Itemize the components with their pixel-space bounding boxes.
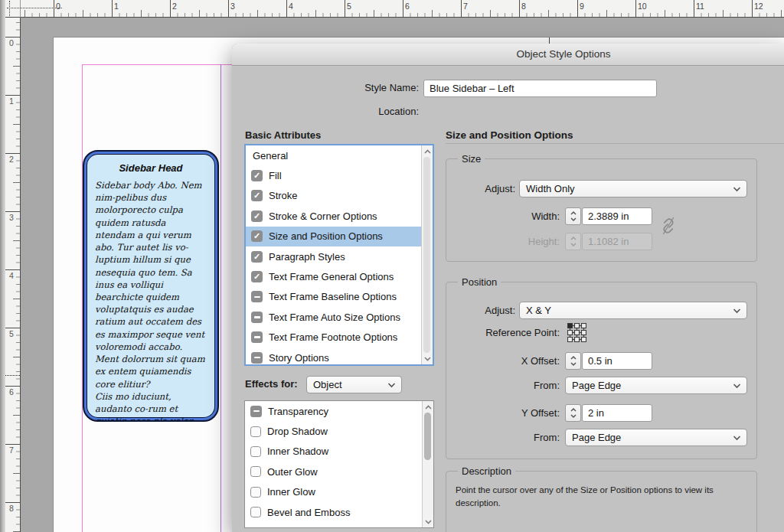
broken-link-icon[interactable]: [661, 214, 676, 237]
y-from-value: Page Edge: [572, 432, 621, 443]
width-field[interactable]: 2.3889 in: [582, 207, 652, 225]
chevron-down-icon: [733, 308, 741, 314]
x-offset-stepper[interactable]: [565, 352, 581, 370]
checkbox-unchecked-icon[interactable]: [250, 466, 261, 477]
description-group-legend: Description: [458, 465, 515, 477]
checkbox-checked-icon[interactable]: [251, 190, 263, 201]
effect-row[interactable]: Inner Glow: [245, 482, 423, 502]
chevron-down-icon: [733, 383, 741, 389]
effects-list[interactable]: TransparencyDrop ShadowInner ShadowOuter…: [244, 400, 434, 528]
horizontal-ruler[interactable]: 0123456789101112: [5, 0, 784, 18]
ruler-number: 12: [754, 2, 763, 11]
vertical-ruler[interactable]: 012345678: [5, 17, 21, 532]
ruler-number: 3: [7, 213, 16, 222]
ruler-number: 8: [7, 504, 16, 513]
width-label: Width:: [446, 211, 560, 222]
effects-list-scrollbar[interactable]: [422, 401, 433, 527]
ruler-origin-box[interactable]: [5, 0, 21, 18]
basic-attributes-heading: Basic Attributes: [245, 129, 321, 141]
style-name-label: Style Name:: [312, 82, 419, 93]
height-value: 1.1082 in: [588, 236, 629, 247]
dialog-titlebar: Object Style Options: [232, 44, 784, 66]
sidebar-heading: Sidebar Head: [84, 162, 217, 174]
position-adjust-dropdown[interactable]: X & Y: [519, 302, 747, 319]
effect-label: Drop Shadow: [267, 426, 328, 437]
ruler-number: 4: [7, 271, 16, 280]
ruler-number: 6: [7, 387, 16, 397]
ruler-origin-crosshair-v: [9, 1, 10, 16]
y-from-dropdown[interactable]: Page Edge: [565, 429, 747, 446]
checkbox-mixed-icon[interactable]: [251, 352, 263, 364]
ruler-number: 6: [405, 2, 410, 11]
basic-attribute-row[interactable]: General: [246, 145, 422, 165]
size-adjust-value: Width Only: [526, 183, 575, 194]
checkbox-unchecked-icon[interactable]: [250, 446, 261, 457]
basic-attribute-row[interactable]: Text Frame Baseline Options: [246, 287, 422, 307]
checkbox-checked-icon[interactable]: [251, 170, 263, 181]
size-adjust-dropdown[interactable]: Width Only: [519, 180, 747, 197]
scrollbar-thumb[interactable]: [423, 157, 430, 353]
basic-attribute-row[interactable]: Story Options: [246, 348, 422, 364]
checkbox-mixed-icon[interactable]: [251, 291, 263, 302]
x-from-dropdown[interactable]: Page Edge: [565, 377, 747, 394]
x-offset-label: X Offset:: [446, 355, 560, 367]
chevron-down-icon: [733, 186, 741, 192]
basic-attribute-row[interactable]: Stroke: [246, 186, 422, 206]
checkbox-unchecked-icon[interactable]: [250, 487, 261, 498]
basic-attribute-label: Text Frame Auto Size Options: [269, 312, 400, 323]
effect-row[interactable]: Drop Shadow: [245, 421, 423, 441]
scrollbar-thumb[interactable]: [424, 413, 431, 460]
basic-attribute-row[interactable]: Stroke & Corner Options: [246, 206, 422, 226]
ruler-number: 7: [463, 2, 468, 11]
y-offset-stepper[interactable]: [565, 404, 581, 422]
checkbox-checked-icon[interactable]: [251, 211, 263, 222]
checkbox-unchecked-icon[interactable]: [250, 426, 261, 437]
ruler-number: 1: [114, 2, 119, 11]
basic-list-scrollbar[interactable]: [421, 145, 433, 364]
ruler-number: 9: [580, 2, 584, 11]
checkbox-checked-icon[interactable]: [251, 230, 263, 242]
description-group: Description Point the cursor over any of…: [446, 471, 757, 532]
basic-attribute-label: Text Frame Baseline Options: [269, 291, 397, 302]
checkbox-unchecked-icon[interactable]: [250, 507, 261, 517]
style-name-field[interactable]: Blue Sidebar – Left: [423, 80, 657, 97]
y-offset-value: 2 in: [588, 407, 604, 419]
checkbox-checked-icon[interactable]: [251, 251, 263, 263]
reference-point-proxy-icon[interactable]: [567, 323, 586, 342]
effect-row[interactable]: Transparency: [245, 401, 423, 421]
effects-for-dropdown[interactable]: Object: [306, 376, 402, 393]
checkbox-mixed-icon[interactable]: [251, 312, 263, 323]
description-text: Point the cursor over any of the Size or…: [456, 484, 756, 509]
basic-attributes-list[interactable]: GeneralFillStrokeStroke & Corner Options…: [244, 144, 434, 366]
y-from-label: From:: [446, 432, 560, 443]
ruler-number: 10: [638, 2, 647, 11]
position-adjust-label: Adjust:: [446, 305, 515, 316]
effect-row[interactable]: Inner Shadow: [245, 442, 423, 462]
basic-attribute-row[interactable]: Size and Position Options: [246, 227, 422, 246]
basic-attribute-row[interactable]: Text Frame Auto Size Options: [246, 307, 422, 327]
size-adjust-label: Adjust:: [446, 183, 515, 194]
y-offset-field[interactable]: 2 in: [582, 404, 652, 422]
chevron-down-icon: [387, 382, 396, 388]
scroll-up-icon[interactable]: [422, 146, 433, 156]
ruler-number: 7: [7, 446, 16, 455]
checkbox-mixed-icon[interactable]: [250, 406, 262, 417]
effect-label: Outer Glow: [267, 466, 318, 478]
scroll-down-icon[interactable]: [422, 354, 433, 364]
scroll-up-icon[interactable]: [423, 402, 433, 412]
x-offset-field[interactable]: 0.5 in: [582, 352, 652, 370]
effect-row[interactable]: Outer Glow: [245, 462, 423, 481]
effect-label: Bevel and Emboss: [267, 507, 350, 518]
checkbox-checked-icon[interactable]: [251, 271, 263, 282]
sidebar-text-frame[interactable]: Sidebar Head Sidebar body Abo. Nem nim-p…: [83, 150, 219, 422]
basic-attribute-row[interactable]: Text Frame General Options: [246, 266, 422, 286]
width-stepper[interactable]: [565, 207, 581, 225]
checkbox-mixed-icon[interactable]: [251, 331, 263, 343]
basic-attribute-row[interactable]: Fill: [246, 165, 422, 185]
scroll-down-icon[interactable]: [423, 517, 433, 527]
size-group: Size Adjust: Width Only Width: 2.3889 in…: [446, 158, 757, 262]
basic-attribute-row[interactable]: Text Frame Footnote Options: [246, 328, 422, 348]
effect-row[interactable]: Bevel and Emboss: [245, 502, 423, 522]
basic-attribute-label: Text Frame General Options: [269, 271, 394, 282]
basic-attribute-row[interactable]: Paragraph Styles: [246, 246, 422, 266]
